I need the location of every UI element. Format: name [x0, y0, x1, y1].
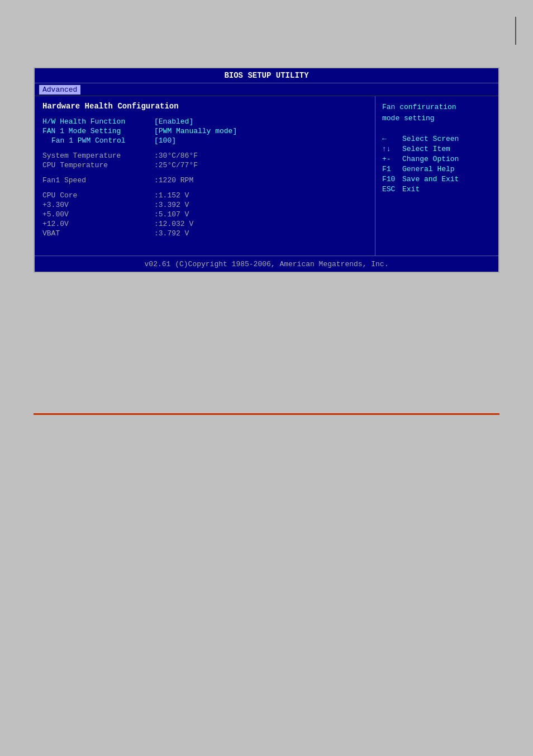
config-row-12v: +12.0V :12.032 V: [42, 220, 367, 228]
key-row-select-screen: ← Select Screen: [382, 135, 492, 143]
config-row-sys-temp: System Temperature :30°C/86°F: [42, 152, 367, 160]
sys-temp-value: :30°C/86°F: [154, 152, 198, 160]
hw-health-label: H/W Health Function: [42, 117, 154, 126]
key-row-change-option: +- Change Option: [382, 155, 492, 163]
help-text: Fan confiruration mode setting: [382, 102, 492, 124]
cpu-core-label: CPU Core: [42, 191, 154, 200]
key-row-general-help: F1 General Help: [382, 165, 492, 173]
config-row-fan1-pwm: Fan 1 PWM Control [100]: [42, 136, 367, 145]
spacer-5: [42, 244, 367, 250]
hw-health-value: [Enabled]: [154, 117, 193, 126]
top-line-decoration: [515, 17, 516, 45]
key-desc-select-screen: Select Screen: [402, 135, 459, 143]
key-row-exit: ESC Exit: [382, 185, 492, 193]
spacer-3: [42, 186, 367, 191]
footer-bar: v02.61 (C)Copyright 1985-2006, American …: [35, 256, 498, 272]
12v-value: :12.032 V: [154, 220, 193, 228]
vbat-value: :3.792 V: [154, 229, 189, 238]
help-subtitle: mode setting: [382, 114, 435, 122]
config-row-cpu-temp: CPU Temperature :25°C/77°F: [42, 161, 367, 169]
3v3-label: +3.30V: [42, 201, 154, 209]
key-desc-general-help: General Help: [402, 165, 455, 173]
vbat-label: VBAT: [42, 229, 154, 238]
config-row-cpu-core: CPU Core :1.152 V: [42, 191, 367, 200]
key-row-select-item: ↑↓ Select Item: [382, 145, 492, 153]
fan1-speed-label: Fan1 Speed: [42, 176, 154, 185]
12v-label: +12.0V: [42, 220, 154, 228]
spacer-1: [42, 146, 367, 152]
keys-section: ← Select Screen ↑↓ Select Item +- Change…: [382, 135, 492, 193]
menu-bar: Advanced: [35, 83, 498, 96]
bios-window: BIOS SETUP UTILITY Advanced Hardware Hea…: [34, 67, 499, 273]
fan1-speed-value: :1220 RPM: [154, 176, 193, 185]
section-title: Hardware Health Configuration: [42, 102, 367, 111]
footer-text: v02.61 (C)Copyright 1985-2006, American …: [145, 260, 389, 268]
cpu-core-value: :1.152 V: [154, 191, 189, 200]
5v-value: :5.107 V: [154, 210, 189, 219]
fan1-mode-label: FAN 1 Mode Setting: [42, 127, 154, 135]
key-desc-select-item: Select Item: [402, 145, 450, 153]
bottom-line-decoration: [34, 413, 499, 415]
key-desc-exit: Exit: [402, 185, 420, 193]
config-row-hw-health: H/W Health Function [Enabled]: [42, 117, 367, 126]
sys-temp-label: System Temperature: [42, 152, 154, 160]
key-desc-change-option: Change Option: [402, 155, 459, 163]
5v-label: +5.00V: [42, 210, 154, 219]
config-row-fan1-mode: FAN 1 Mode Setting [PWM Manually mode]: [42, 127, 367, 135]
config-row-5v: +5.00V :5.107 V: [42, 210, 367, 219]
config-row-vbat: VBAT :3.792 V: [42, 229, 367, 238]
config-row-fan1-speed: Fan1 Speed :1220 RPM: [42, 176, 367, 185]
menu-item-advanced[interactable]: Advanced: [39, 85, 80, 94]
key-desc-save-exit: Save and Exit: [402, 175, 459, 183]
key-row-save-exit: F10 Save and Exit: [382, 175, 492, 183]
key-symbol-esc: ESC: [382, 185, 402, 193]
cpu-temp-value: :25°C/77°F: [154, 161, 198, 169]
key-symbol-updown: ↑↓: [382, 145, 402, 153]
fan1-pwm-value: [100]: [154, 136, 176, 145]
fan1-pwm-label: Fan 1 PWM Control: [42, 136, 154, 145]
title-bar: BIOS SETUP UTILITY: [35, 68, 498, 83]
key-symbol-left-arrow: ←: [382, 135, 402, 143]
help-title: Fan confiruration: [382, 103, 456, 111]
cpu-temp-label: CPU Temperature: [42, 161, 154, 169]
fan1-mode-value: [PWM Manually mode]: [154, 127, 237, 135]
spacer-4: [42, 239, 367, 244]
page-container: BIOS SETUP UTILITY Advanced Hardware Hea…: [0, 0, 533, 756]
3v3-value: :3.392 V: [154, 201, 189, 209]
key-symbol-f1: F1: [382, 165, 402, 173]
config-row-3v3: +3.30V :3.392 V: [42, 201, 367, 209]
bios-title: BIOS SETUP UTILITY: [224, 71, 308, 80]
spacer-2: [42, 171, 367, 176]
main-content: Hardware Health Configuration H/W Health…: [35, 96, 498, 256]
key-symbol-f10: F10: [382, 175, 402, 183]
right-panel: Fan confiruration mode setting ← Select …: [375, 96, 498, 256]
key-symbol-plusminus: +-: [382, 155, 402, 163]
left-panel: Hardware Health Configuration H/W Health…: [35, 96, 375, 256]
